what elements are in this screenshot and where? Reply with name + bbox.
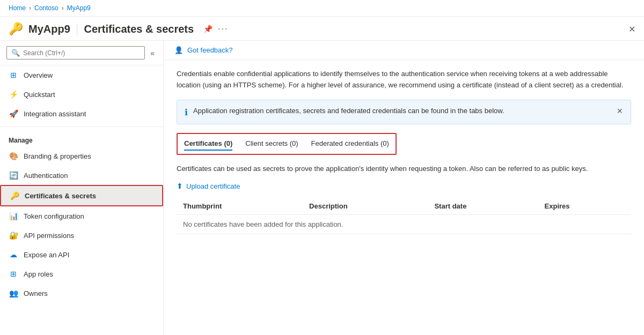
sidebar-item-certificates[interactable]: 🔑 Certificates & secrets: [0, 185, 163, 206]
main-content: 👤 Got feedback? Credentials enable confi…: [164, 41, 644, 335]
sidebar-item-label: Overview: [24, 71, 53, 79]
sidebar-collapse-button[interactable]: «: [148, 47, 157, 59]
sidebar-item-label: Branding & properties: [24, 152, 91, 160]
col-expires: Expires: [538, 198, 631, 215]
tab-certificates[interactable]: Certificates (0): [184, 137, 232, 151]
sidebar-item-label: Token configuration: [24, 212, 84, 220]
sidebar-item-label: Expose an API: [24, 251, 69, 259]
header-separator: |: [76, 22, 79, 36]
sidebar-item-label: Quickstart: [24, 91, 55, 99]
page-header-left: 🔑 MyApp9 | Certificates & secrets 📌 ···: [9, 22, 228, 36]
tab-client-secrets[interactable]: Client secrets (0): [245, 137, 298, 151]
info-banner-content: ℹ Application registration certificates,…: [185, 107, 504, 117]
app-name: MyApp9: [28, 23, 70, 35]
sidebar-item-label: Certificates & secrets: [25, 192, 96, 200]
certificates-table: Thumbprint Description Start date Expire…: [177, 198, 631, 234]
close-button[interactable]: ✕: [628, 24, 635, 34]
certificates-icon: 🔑: [10, 191, 19, 200]
more-button[interactable]: ···: [218, 24, 228, 34]
sidebar: 🔍 « ⊞ Overview ⚡ Quickstart 🚀: [0, 41, 164, 335]
sidebar-item-label: Owners: [24, 289, 48, 297]
breadcrumb-app[interactable]: MyApp9: [67, 4, 91, 12]
authentication-icon: 🔄: [9, 170, 18, 180]
page-title: Certificates & secrets: [84, 23, 194, 35]
col-start-date: Start date: [428, 198, 538, 215]
sidebar-item-label: Integration assistant: [24, 110, 86, 118]
description-text: Credentials enable confidential applicat…: [177, 69, 631, 91]
sidebar-item-token[interactable]: 📊 Token configuration: [0, 206, 163, 226]
sidebar-item-overview[interactable]: ⊞ Overview: [0, 65, 163, 85]
app-container: Home › Contoso › MyApp9 🔑 MyApp9 | Certi…: [0, 0, 644, 335]
sidebar-item-authentication[interactable]: 🔄 Authentication: [0, 166, 163, 185]
search-input[interactable]: [23, 49, 140, 57]
approles-icon: ⊞: [9, 269, 18, 279]
api-icon: 🔐: [9, 230, 18, 240]
col-description: Description: [303, 198, 428, 215]
sidebar-item-owners[interactable]: 👥 Owners: [0, 284, 163, 303]
info-banner: ℹ Application registration certificates,…: [177, 100, 631, 124]
breadcrumb-sep2: ›: [62, 4, 64, 12]
feedback-icon: 👤: [174, 46, 183, 54]
breadcrumb-contoso[interactable]: Contoso: [34, 4, 58, 12]
search-box[interactable]: 🔍: [6, 46, 145, 59]
owners-icon: 👥: [9, 288, 18, 298]
tabs-row: Certificates (0) Client secrets (0) Fede…: [177, 133, 397, 155]
tab-federated[interactable]: Federated credentials (0): [311, 137, 389, 151]
col-thumbprint: Thumbprint: [177, 198, 303, 215]
sidebar-item-integration[interactable]: 🚀 Integration assistant: [0, 104, 163, 123]
feedback-link[interactable]: Got feedback?: [187, 46, 233, 54]
token-icon: 📊: [9, 211, 18, 221]
empty-message: No certificates have been added for this…: [177, 215, 631, 234]
breadcrumb-home[interactable]: Home: [9, 4, 26, 12]
table-row-empty: No certificates have been added for this…: [177, 215, 631, 234]
pin-button[interactable]: 📌: [203, 25, 213, 33]
upload-certificate-link[interactable]: ⬆ Upload certificate: [177, 182, 631, 190]
sidebar-item-label: App roles: [24, 270, 53, 278]
sidebar-item-label: API permissions: [24, 232, 74, 240]
cert-section-desc: Certificates can be used as secrets to p…: [177, 163, 631, 175]
sidebar-item-quickstart[interactable]: ⚡ Quickstart: [0, 85, 163, 104]
upload-label: Upload certificate: [186, 182, 240, 190]
info-banner-text: Application registration certificates, s…: [193, 107, 504, 115]
overview-icon: ⊞: [9, 70, 18, 80]
info-close-button[interactable]: ✕: [617, 107, 623, 115]
body-container: 🔍 « ⊞ Overview ⚡ Quickstart 🚀: [0, 41, 644, 335]
manage-section-label: Manage: [0, 130, 163, 146]
breadcrumb-sep1: ›: [29, 4, 31, 12]
sidebar-search-container: 🔍 «: [0, 41, 163, 65]
breadcrumb: Home › Contoso › MyApp9: [9, 4, 91, 12]
page-header: 🔑 MyApp9 | Certificates & secrets 📌 ··· …: [0, 17, 644, 41]
sidebar-item-api[interactable]: 🔐 API permissions: [0, 226, 163, 245]
search-icon: 🔍: [11, 49, 20, 57]
feedback-bar: 👤 Got feedback?: [164, 41, 644, 60]
sidebar-nav: ⊞ Overview ⚡ Quickstart 🚀 Integration as…: [0, 65, 163, 335]
app-icon: 🔑: [9, 22, 23, 36]
sidebar-item-label: Authentication: [24, 172, 68, 180]
integration-icon: 🚀: [9, 109, 18, 118]
expose-icon: ☁: [9, 250, 18, 259]
branding-icon: 🎨: [9, 151, 18, 161]
sidebar-item-approles[interactable]: ⊞ App roles: [0, 264, 163, 284]
tabs-container: Certificates (0) Client secrets (0) Fede…: [177, 133, 631, 155]
content-area: Credentials enable confidential applicat…: [164, 60, 644, 243]
upload-icon: ⬆: [177, 182, 183, 190]
top-bar: Home › Contoso › MyApp9: [0, 0, 644, 17]
sidebar-item-expose[interactable]: ☁ Expose an API: [0, 245, 163, 264]
quickstart-icon: ⚡: [9, 90, 18, 99]
sidebar-item-branding[interactable]: 🎨 Branding & properties: [0, 146, 163, 166]
info-icon: ℹ: [185, 107, 188, 117]
